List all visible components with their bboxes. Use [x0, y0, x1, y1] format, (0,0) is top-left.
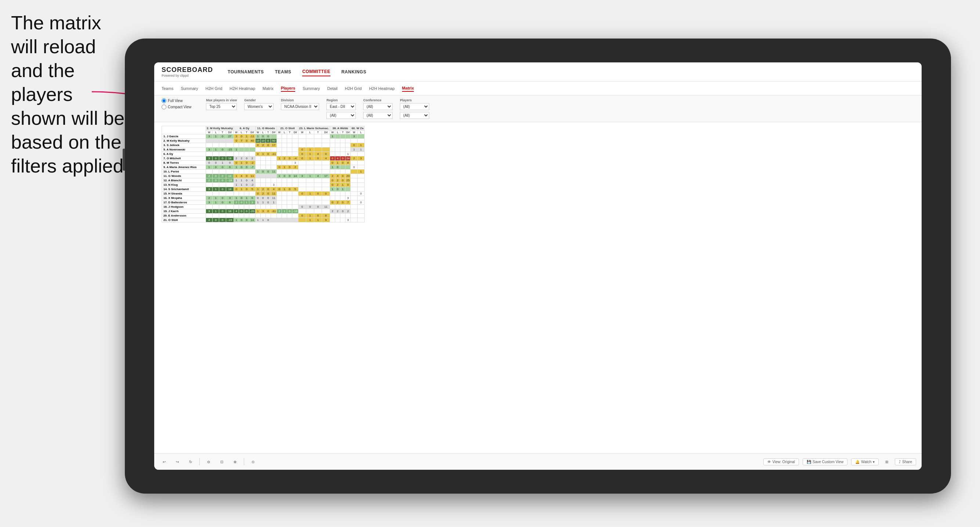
matrix-cell-11-5-0: 0 — [330, 183, 335, 187]
matrix-cell-3-6-1: 1 — [358, 148, 364, 152]
share-button[interactable]: ⤴ Share — [895, 459, 916, 465]
reset-button[interactable]: ⊙ — [248, 459, 258, 465]
matrix-cell-13-2-0: 0 — [255, 192, 260, 196]
matrix-cell-11-1-2: 0 — [244, 183, 249, 187]
zoom-out-button[interactable]: ⊖ — [204, 459, 213, 465]
fit-button[interactable]: ⊡ — [217, 459, 226, 465]
subnav-summary-2[interactable]: Summary — [302, 86, 320, 91]
matrix-cell-1-3-1 — [282, 139, 287, 143]
nav-rankings[interactable]: RANKINGS — [342, 68, 366, 76]
matrix-cell-13-0-0 — [206, 192, 213, 196]
matrix-cell-15-5-1: 2 — [335, 200, 340, 205]
matrix-cell-18-0-3 — [226, 214, 234, 218]
matrix-cell-12-3-1: 1 — [282, 187, 287, 192]
matrix-cell-8-5-3 — [345, 170, 351, 174]
matrix-cell-17-5-0: 2 — [330, 209, 335, 214]
subnav-teams[interactable]: Teams — [162, 86, 173, 91]
matrix-cell-1-5-2 — [340, 139, 345, 143]
row-header-7: 9. A Maria Jimenez Rios — [162, 165, 206, 170]
matrix-cell-1-0-3 — [226, 139, 234, 143]
matrix-cell-13-6-0 — [351, 192, 358, 196]
matrix-cell-5-3-0: 1 — [277, 156, 282, 161]
save-custom-button[interactable]: 💾 Save Custom View — [803, 459, 848, 465]
max-players-select[interactable]: Top 25 — [206, 103, 237, 110]
grid-button[interactable]: ⊞ — [882, 459, 891, 465]
compact-view-radio-input[interactable] — [162, 105, 166, 110]
matrix-cell-16-4-1: 0 — [306, 205, 314, 209]
view-radio-group: Full View Compact View — [162, 98, 191, 110]
subnav-matrix-1[interactable]: Matrix — [262, 86, 274, 91]
row-header-15: 17. D Ballesteros — [162, 200, 206, 205]
matrix-cell-5-1-1: 2 — [239, 156, 244, 161]
matrix-cell-4-4-1: 1 — [306, 152, 314, 156]
nav-committee[interactable]: COMMITTEE — [302, 68, 331, 76]
matrix-cell-12-5-3 — [345, 187, 351, 192]
matrix-cell-8-1-2 — [244, 170, 249, 174]
subnav-h2h-heatmap-2[interactable]: H2H Heatmap — [369, 86, 395, 91]
matrix-cell-10-0-3: -18 — [226, 178, 234, 183]
nav-tournaments[interactable]: TOURNAMENTS — [228, 68, 264, 76]
matrix-cell-1-2-2: 0 — [266, 139, 270, 143]
matrix-cell-14-1-2: 1 — [244, 196, 249, 200]
matrix-cell-13-5-0 — [330, 192, 335, 196]
matrix-cell-11-2-1 — [260, 183, 266, 187]
nav-teams[interactable]: TEAMS — [275, 68, 291, 76]
matrix-cell-6-6-0 — [351, 161, 358, 165]
matrix-cell-6-6-1 — [358, 161, 364, 165]
redo-button[interactable]: ↪ — [173, 459, 182, 465]
region-select[interactable]: East - DII — [326, 103, 356, 110]
players-select[interactable]: (All) — [400, 103, 429, 110]
matrix-cell-16-1-1 — [239, 205, 244, 209]
matrix-cell-18-4-1: 1 — [306, 214, 314, 218]
view-original-button[interactable]: 👁 View: Original — [764, 459, 799, 465]
subnav-h2h-grid-2[interactable]: H2H Grid — [345, 86, 362, 91]
matrix-cell-9-6-0 — [351, 174, 358, 178]
matrix-cell-18-2-0 — [255, 214, 260, 218]
matrix-cell-5-4-1: 1 — [306, 156, 314, 161]
full-view-radio-input[interactable] — [162, 98, 166, 103]
matrix-cell-19-5-1 — [335, 218, 340, 222]
matrix-cell-12-2-3: 4 — [270, 187, 277, 192]
view-original-icon: 👁 — [767, 460, 771, 464]
matrix-cell-1-2-1: 10 — [260, 139, 266, 143]
gender-select[interactable]: Women's — [244, 103, 274, 110]
division-select[interactable]: NCAA Division II — [281, 103, 319, 110]
full-view-radio[interactable]: Full View — [162, 98, 191, 103]
undo-button[interactable]: ↩ — [160, 459, 169, 465]
table-row: 8. M Torres0010010-230108 — [162, 161, 364, 165]
matrix-cell-4-0-0 — [206, 152, 213, 156]
subnav-matrix-2[interactable]: Matrix — [402, 85, 414, 92]
sh-11-t: T — [266, 131, 270, 134]
subnav-players[interactable]: Players — [281, 85, 295, 92]
matrix-cell-15-0-0: 3 — [206, 200, 213, 205]
subnav-h2h-heatmap-1[interactable]: H2H Heatmap — [229, 86, 255, 91]
matrix-cell-17-5-3: 2 — [345, 209, 351, 214]
matrix-cell-11-1-3: -2 — [249, 183, 256, 187]
zoom-in-button[interactable]: ⊕ — [231, 459, 239, 465]
conference-select[interactable]: (All) — [363, 103, 393, 110]
region-all-select[interactable]: (All) — [326, 112, 356, 119]
col-player-11: 11. G Woods — [255, 126, 277, 131]
matrix-cell-11-1-1: 1 — [239, 183, 244, 187]
watch-button[interactable]: 🔔 Watch ▾ — [851, 459, 879, 465]
matrix-cell-17-1-3: -20 — [249, 209, 256, 214]
matrix-cell-1-3-2 — [287, 139, 292, 143]
conference-all-select[interactable]: (All) — [363, 112, 393, 119]
matrix-cell-16-1-2 — [244, 205, 249, 209]
subnav-detail[interactable]: Detail — [327, 86, 337, 91]
toolbar-right: 👁 View: Original 💾 Save Custom View 🔔 Wa… — [764, 459, 916, 465]
subnav-h2h-grid-1[interactable]: H2H Grid — [205, 86, 222, 91]
matrix-wrapper[interactable]: 2. M Kelly Mulcahy 6. A Dy 11. G Woods 2… — [154, 122, 922, 226]
matrix-cell-11-4-2 — [314, 183, 321, 187]
matrix-cell-18-2-2 — [266, 214, 270, 218]
subnav-summary-1[interactable]: Summary — [181, 86, 198, 91]
matrix-cell-16-2-3 — [270, 205, 277, 209]
compact-view-radio[interactable]: Compact View — [162, 105, 191, 110]
matrix-cell-17-4-0 — [298, 209, 306, 214]
matrix-cell-3-0-0: 3 — [206, 148, 213, 152]
refresh-button[interactable]: ↻ — [186, 459, 195, 465]
matrix-cell-10-6-1 — [358, 178, 364, 183]
matrix-cell-17-3-0: 2 — [277, 209, 282, 214]
col-player-38: 38. A Webb — [330, 126, 351, 131]
players-all-select[interactable]: (All) — [400, 112, 429, 119]
